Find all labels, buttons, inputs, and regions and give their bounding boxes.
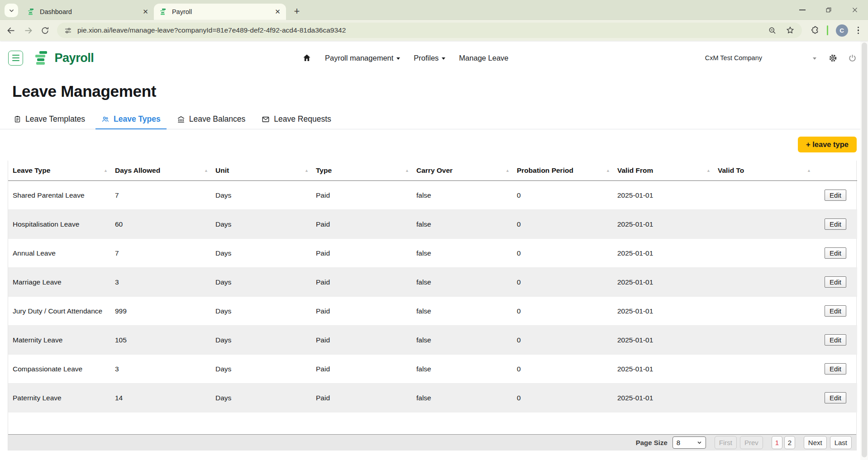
bank-icon (177, 115, 185, 123)
tab-label: Leave Types (114, 114, 161, 124)
scrollbar-thumb[interactable] (862, 43, 867, 457)
column-header-unit[interactable]: Unit▲ (211, 161, 311, 181)
url-text[interactable]: pie.xion.ai/leave/manage-leave?companyId… (77, 26, 346, 34)
edit-button[interactable]: Edit (825, 392, 846, 403)
page-size-value: 8 (677, 439, 680, 446)
company-selector[interactable]: CxM Test Company (705, 54, 762, 62)
tab-close-icon[interactable]: ✕ (273, 7, 282, 17)
clipboard-icon (14, 115, 21, 123)
sort-icon[interactable]: ▲ (506, 168, 510, 173)
browser-tab-payroll[interactable]: Payroll ✕ (154, 4, 286, 20)
sort-icon[interactable]: ▲ (204, 168, 208, 173)
edit-button[interactable]: Edit (825, 334, 846, 346)
sort-icon[interactable]: ▲ (706, 168, 711, 173)
cell-probation-period: 0 (512, 268, 613, 297)
cell-valid-from: 2025-01-01 (613, 181, 713, 210)
cell-carry-over: false (412, 384, 512, 413)
browser-profile-avatar[interactable]: C (836, 24, 848, 37)
hamburger-menu-icon[interactable] (8, 51, 23, 66)
cell-valid-to (713, 210, 814, 239)
cell-probation-period: 0 (512, 384, 613, 413)
pagination-page-button-2[interactable]: 2 (784, 436, 795, 449)
sort-icon[interactable]: ▲ (405, 168, 409, 173)
column-header-probation-period[interactable]: Probation Period▲ (512, 161, 613, 181)
cell-leave-type: Marriage Leave (8, 268, 110, 297)
company-chevron-down-icon[interactable] (813, 57, 816, 60)
window-minimize-icon[interactable] (799, 9, 806, 10)
table-row: Marriage Leave3Days Paidfalse0 2025-01-0… (8, 268, 857, 297)
sort-icon[interactable]: ▲ (606, 168, 610, 173)
cell-valid-from: 2025-01-01 (613, 355, 713, 384)
cell-leave-type: Paternity Leave (8, 384, 110, 413)
cell-unit: Days (211, 181, 311, 210)
cell-leave-type: Hospitalisation Leave (8, 210, 110, 239)
site-settings-icon[interactable] (64, 27, 72, 34)
page-scrollbar[interactable] (860, 41, 868, 460)
table-row: Hospitalisation Leave60Days Paidfalse0 2… (8, 210, 857, 239)
pagination-last-button[interactable]: Last (830, 436, 852, 449)
pagination-page-button-1[interactable]: 1 (772, 436, 782, 449)
edit-button[interactable]: Edit (825, 247, 846, 259)
nav-item-manage-leave[interactable]: Manage Leave (459, 54, 508, 62)
pagination-next-button[interactable]: Next (804, 436, 827, 449)
cell-valid-from: 2025-01-01 (613, 268, 713, 297)
table-row: Maternity Leave105Days Paidfalse0 2025-0… (8, 326, 857, 355)
column-header-type[interactable]: Type▲ (311, 161, 412, 181)
tab-search-button[interactable] (5, 4, 18, 17)
url-bar[interactable]: pie.xion.ai/leave/manage-leave?companyId… (57, 23, 802, 38)
window-controls (799, 0, 868, 20)
tab-leave-templates[interactable]: Leave Templates (8, 110, 91, 129)
edit-button[interactable]: Edit (825, 305, 846, 317)
logout-button[interactable] (848, 53, 857, 63)
cell-days-allowed: 7 (110, 239, 211, 268)
app-brand[interactable]: Payroll (35, 51, 94, 65)
tab-label: Leave Templates (25, 114, 85, 124)
bookmark-star-icon[interactable] (786, 26, 795, 35)
column-header-days-allowed[interactable]: Days Allowed▲ (110, 161, 211, 181)
back-button[interactable] (6, 26, 16, 35)
tab-close-icon[interactable]: ✕ (141, 7, 150, 17)
edit-button[interactable]: Edit (825, 363, 846, 375)
settings-button[interactable] (828, 53, 838, 63)
sort-icon[interactable]: ▲ (305, 168, 309, 173)
reload-icon (41, 26, 49, 35)
pagination-first-button[interactable]: First (715, 436, 737, 449)
sort-icon[interactable]: ▲ (104, 168, 108, 173)
window-close-icon[interactable] (852, 7, 858, 13)
tab-leave-types[interactable]: Leave Types (95, 110, 167, 129)
page-size-select[interactable]: 8 (672, 436, 706, 449)
reload-button[interactable] (41, 26, 49, 35)
edit-button[interactable]: Edit (825, 218, 846, 230)
browser-menu-icon[interactable] (856, 26, 861, 35)
edit-button[interactable]: Edit (825, 276, 846, 288)
cell-type: Paid (311, 268, 412, 297)
forward-button[interactable] (24, 26, 33, 35)
home-icon[interactable] (302, 53, 311, 62)
column-header-valid-from[interactable]: Valid From▲ (613, 161, 713, 181)
users-icon (101, 115, 110, 123)
column-header-leave-type[interactable]: Leave Type▲ (8, 161, 110, 181)
column-header-carry-over[interactable]: Carry Over▲ (412, 161, 512, 181)
tab-leave-balances[interactable]: Leave Balances (171, 110, 252, 129)
tab-title: Dashboard (40, 8, 136, 15)
tab-leave-requests[interactable]: Leave Requests (256, 110, 337, 129)
nav-item-payroll-management[interactable]: Payroll management (325, 54, 400, 62)
edit-button[interactable]: Edit (825, 190, 846, 201)
page-title: Leave Management (12, 82, 868, 100)
cell-valid-from: 2025-01-01 (613, 297, 713, 326)
pagination-prev-button[interactable]: Prev (740, 436, 763, 449)
power-icon (848, 53, 857, 63)
extensions-puzzle-icon[interactable] (810, 26, 819, 35)
sort-icon[interactable]: ▲ (807, 168, 811, 173)
nav-item-profiles[interactable]: Profiles (414, 54, 445, 62)
new-tab-button[interactable]: + (290, 4, 304, 19)
zoom-out-icon[interactable] (768, 26, 777, 35)
leave-table-body: Shared Parental Leave7Days Paidfalse0 20… (8, 181, 857, 413)
column-header-valid-to[interactable]: Valid To▲ (713, 161, 814, 181)
cell-carry-over: false (412, 210, 512, 239)
toolbar-divider (827, 25, 828, 35)
app-header: Payroll Payroll management Profiles Mana… (0, 41, 868, 75)
browser-tab-dashboard[interactable]: Dashboard ✕ (22, 4, 154, 20)
window-maximize-icon[interactable] (825, 7, 832, 13)
add-leave-type-button[interactable]: + leave type (798, 137, 857, 152)
